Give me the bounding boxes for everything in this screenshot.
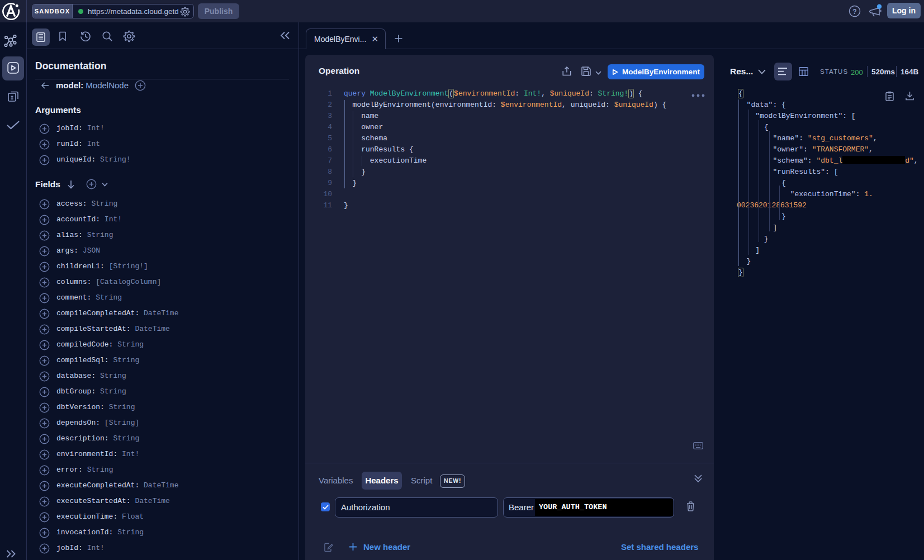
svg-text:?: ? [852, 8, 856, 16]
